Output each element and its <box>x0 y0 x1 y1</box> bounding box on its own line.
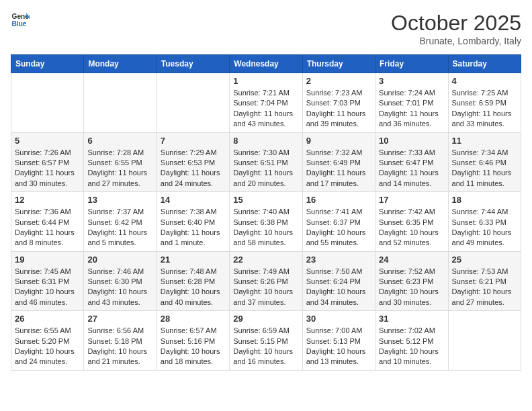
day-cell: 8Sunrise: 7:30 AMSunset: 6:51 PMDaylight… <box>230 132 302 192</box>
day-detail: Sunrise: 6:55 AMSunset: 5:20 PMDaylight:… <box>15 326 80 367</box>
day-detail: Sunrise: 7:21 AMSunset: 7:04 PMDaylight:… <box>233 88 298 130</box>
day-number: 11 <box>452 136 517 146</box>
week-row-4: 19Sunrise: 7:45 AMSunset: 6:31 PMDayligh… <box>11 251 521 311</box>
day-number: 7 <box>161 136 226 146</box>
day-detail: Sunrise: 6:57 AMSunset: 5:16 PMDaylight:… <box>161 326 226 367</box>
day-number: 18 <box>452 195 517 205</box>
day-cell: 14Sunrise: 7:38 AMSunset: 6:40 PMDayligh… <box>157 192 229 252</box>
day-number: 12 <box>15 195 80 205</box>
day-detail: Sunrise: 7:46 AMSunset: 6:30 PMDaylight:… <box>87 267 152 308</box>
day-cell: 24Sunrise: 7:52 AMSunset: 6:23 PMDayligh… <box>375 251 448 311</box>
weekday-header-friday: Friday <box>375 55 448 73</box>
day-number: 15 <box>233 195 298 205</box>
title-block: October 2025 Brunate, Lombardy, Italy <box>391 11 521 46</box>
day-cell: 18Sunrise: 7:44 AMSunset: 6:33 PMDayligh… <box>448 192 521 252</box>
day-detail: Sunrise: 7:45 AMSunset: 6:31 PMDaylight:… <box>15 267 80 308</box>
day-detail: Sunrise: 7:40 AMSunset: 6:38 PMDaylight:… <box>233 207 298 248</box>
day-detail: Sunrise: 7:30 AMSunset: 6:51 PMDaylight:… <box>233 148 298 189</box>
day-detail: Sunrise: 7:24 AMSunset: 7:01 PMDaylight:… <box>379 88 444 130</box>
day-number: 19 <box>15 255 80 265</box>
day-detail: Sunrise: 6:56 AMSunset: 5:18 PMDaylight:… <box>87 326 152 367</box>
day-cell: 27Sunrise: 6:56 AMSunset: 5:18 PMDayligh… <box>84 311 157 371</box>
day-cell: 12Sunrise: 7:36 AMSunset: 6:44 PMDayligh… <box>11 192 84 252</box>
day-detail: Sunrise: 7:52 AMSunset: 6:23 PMDaylight:… <box>379 267 444 308</box>
week-row-5: 26Sunrise: 6:55 AMSunset: 5:20 PMDayligh… <box>11 311 521 371</box>
day-detail: Sunrise: 7:44 AMSunset: 6:33 PMDaylight:… <box>452 207 517 248</box>
day-number: 22 <box>233 255 298 265</box>
day-cell: 13Sunrise: 7:37 AMSunset: 6:42 PMDayligh… <box>84 192 157 252</box>
day-number: 1 <box>233 76 298 86</box>
day-detail: Sunrise: 7:32 AMSunset: 6:49 PMDaylight:… <box>306 148 371 189</box>
svg-text:Blue: Blue <box>12 20 27 28</box>
day-cell <box>157 73 229 133</box>
day-detail: Sunrise: 7:26 AMSunset: 6:57 PMDaylight:… <box>15 148 80 189</box>
page-header: General Blue October 2025 Brunate, Lomba… <box>11 11 521 46</box>
day-cell: 7Sunrise: 7:29 AMSunset: 6:53 PMDaylight… <box>157 132 229 192</box>
day-cell: 28Sunrise: 6:57 AMSunset: 5:16 PMDayligh… <box>157 311 229 371</box>
day-detail: Sunrise: 7:42 AMSunset: 6:35 PMDaylight:… <box>379 207 444 248</box>
day-number: 26 <box>15 314 80 324</box>
day-detail: Sunrise: 7:25 AMSunset: 6:59 PMDaylight:… <box>452 88 517 130</box>
day-number: 8 <box>233 136 298 146</box>
day-number: 3 <box>379 76 444 86</box>
day-cell: 10Sunrise: 7:33 AMSunset: 6:47 PMDayligh… <box>375 132 448 192</box>
day-detail: Sunrise: 7:37 AMSunset: 6:42 PMDaylight:… <box>87 207 152 248</box>
day-detail: Sunrise: 7:49 AMSunset: 6:26 PMDaylight:… <box>233 267 298 308</box>
day-cell: 1Sunrise: 7:21 AMSunset: 7:04 PMDaylight… <box>230 73 302 133</box>
day-number: 6 <box>87 136 152 146</box>
day-number: 5 <box>15 136 80 146</box>
day-cell: 9Sunrise: 7:32 AMSunset: 6:49 PMDaylight… <box>302 132 375 192</box>
day-detail: Sunrise: 7:50 AMSunset: 6:24 PMDaylight:… <box>306 267 371 308</box>
weekday-header-wednesday: Wednesday <box>230 55 302 73</box>
day-cell <box>84 73 157 133</box>
day-detail: Sunrise: 6:59 AMSunset: 5:15 PMDaylight:… <box>233 326 298 367</box>
day-detail: Sunrise: 7:41 AMSunset: 6:37 PMDaylight:… <box>306 207 371 248</box>
day-number: 16 <box>306 195 371 205</box>
day-cell: 15Sunrise: 7:40 AMSunset: 6:38 PMDayligh… <box>230 192 302 252</box>
weekday-header-row: SundayMondayTuesdayWednesdayThursdayFrid… <box>11 55 521 73</box>
day-cell: 6Sunrise: 7:28 AMSunset: 6:55 PMDaylight… <box>84 132 157 192</box>
day-detail: Sunrise: 7:36 AMSunset: 6:44 PMDaylight:… <box>15 207 80 248</box>
day-cell: 22Sunrise: 7:49 AMSunset: 6:26 PMDayligh… <box>230 251 302 311</box>
day-cell <box>448 311 521 371</box>
weekday-header-saturday: Saturday <box>448 55 521 73</box>
day-number: 13 <box>87 195 152 205</box>
day-number: 9 <box>306 136 371 146</box>
day-cell: 26Sunrise: 6:55 AMSunset: 5:20 PMDayligh… <box>11 311 84 371</box>
weekday-header-sunday: Sunday <box>11 55 84 73</box>
day-cell: 31Sunrise: 7:02 AMSunset: 5:12 PMDayligh… <box>375 311 448 371</box>
day-detail: Sunrise: 7:02 AMSunset: 5:12 PMDaylight:… <box>379 326 444 367</box>
day-cell: 16Sunrise: 7:41 AMSunset: 6:37 PMDayligh… <box>302 192 375 252</box>
weekday-header-tuesday: Tuesday <box>157 55 229 73</box>
day-detail: Sunrise: 7:48 AMSunset: 6:28 PMDaylight:… <box>161 267 226 308</box>
day-detail: Sunrise: 7:28 AMSunset: 6:55 PMDaylight:… <box>87 148 152 189</box>
day-number: 10 <box>379 136 444 146</box>
day-number: 24 <box>379 255 444 265</box>
day-detail: Sunrise: 7:23 AMSunset: 7:03 PMDaylight:… <box>306 88 371 130</box>
week-row-2: 5Sunrise: 7:26 AMSunset: 6:57 PMDaylight… <box>11 132 521 192</box>
day-cell: 25Sunrise: 7:53 AMSunset: 6:21 PMDayligh… <box>448 251 521 311</box>
day-number: 25 <box>452 255 517 265</box>
day-cell: 21Sunrise: 7:48 AMSunset: 6:28 PMDayligh… <box>157 251 229 311</box>
day-cell: 29Sunrise: 6:59 AMSunset: 5:15 PMDayligh… <box>230 311 302 371</box>
day-number: 30 <box>306 314 371 324</box>
calendar-table: SundayMondayTuesdayWednesdayThursdayFrid… <box>11 54 521 371</box>
day-cell: 19Sunrise: 7:45 AMSunset: 6:31 PMDayligh… <box>11 251 84 311</box>
day-detail: Sunrise: 7:29 AMSunset: 6:53 PMDaylight:… <box>161 148 226 189</box>
day-number: 17 <box>379 195 444 205</box>
day-cell: 20Sunrise: 7:46 AMSunset: 6:30 PMDayligh… <box>84 251 157 311</box>
day-number: 21 <box>161 255 226 265</box>
day-detail: Sunrise: 7:34 AMSunset: 6:46 PMDaylight:… <box>452 148 517 189</box>
day-number: 29 <box>233 314 298 324</box>
day-cell: 2Sunrise: 7:23 AMSunset: 7:03 PMDaylight… <box>302 73 375 133</box>
day-number: 14 <box>161 195 226 205</box>
weekday-header-thursday: Thursday <box>302 55 375 73</box>
month-title: October 2025 <box>391 11 521 36</box>
day-detail: Sunrise: 7:00 AMSunset: 5:13 PMDaylight:… <box>306 326 371 367</box>
day-cell: 23Sunrise: 7:50 AMSunset: 6:24 PMDayligh… <box>302 251 375 311</box>
location: Brunate, Lombardy, Italy <box>391 36 521 46</box>
logo: General Blue <box>11 11 30 30</box>
day-detail: Sunrise: 7:38 AMSunset: 6:40 PMDaylight:… <box>161 207 226 248</box>
day-cell <box>11 73 84 133</box>
day-number: 2 <box>306 76 371 86</box>
